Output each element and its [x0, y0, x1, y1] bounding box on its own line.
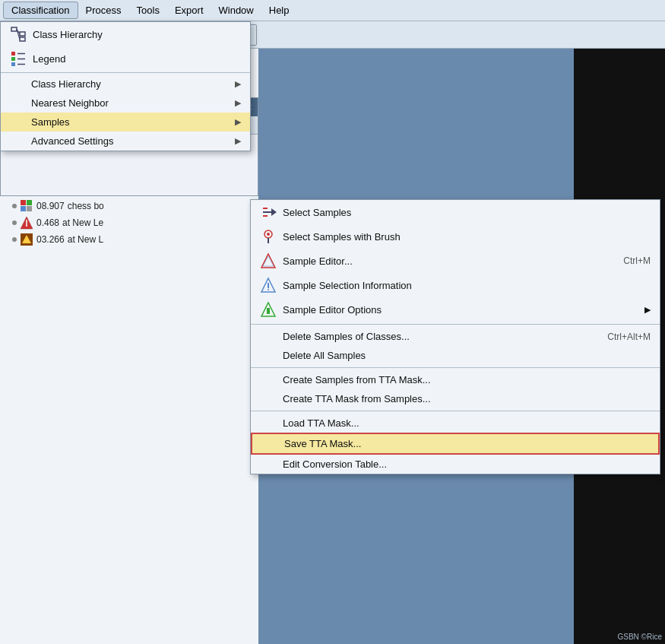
dropdown-class-hierarchy-2[interactable]: Class Hierarchy ▶: [1, 75, 250, 94]
sample-options-label: Sample Editor Options: [283, 304, 638, 316]
tree-value-2: 0.468: [36, 217, 59, 228]
tree-item-2[interactable]: 0.468 at New Le: [3, 214, 255, 231]
samples-label: Samples: [31, 116, 229, 128]
tree-icon-2: [20, 216, 33, 230]
tree-icon-3: [20, 233, 33, 246]
dropdown-legend[interactable]: Legend: [1, 46, 250, 71]
dropdown-nearest-neighbor[interactable]: Nearest Neighbor ▶: [1, 94, 250, 113]
submenu-delete-classes[interactable]: Delete Samples of Classes... Ctrl+Alt+M: [251, 327, 660, 346]
tree-item-1[interactable]: 08.907 chess bo: [3, 198, 255, 214]
submenu-sample-options[interactable]: Sample Editor Options ▶: [251, 297, 660, 322]
nearest-neighbor-label: Nearest Neighbor: [31, 97, 229, 109]
select-samples-icon: [260, 204, 277, 220]
tree-desc-2: at New Le: [62, 217, 103, 228]
class-hierarchy-label-2: Class Hierarchy: [31, 78, 229, 90]
svg-rect-39: [27, 200, 32, 205]
classification-dropdown: Class Hierarchy Legend Class Hierarchy ▶…: [0, 21, 251, 151]
menu-classification[interactable]: Classification: [3, 2, 78, 19]
menu-window[interactable]: Window: [211, 2, 261, 18]
sample-editor-shortcut: Ctrl+M: [623, 255, 651, 266]
edit-conversion-label: Edit Conversion Table...: [283, 458, 651, 470]
dropdown-samples[interactable]: Samples ▶: [1, 113, 250, 132]
class-hierarchy-label-1: Class Hierarchy: [33, 29, 241, 40]
hierarchy-icon-1: [10, 26, 27, 43]
svg-rect-52: [11, 57, 15, 61]
tree-value-1: 08.907: [36, 201, 65, 211]
submenu-load-tta[interactable]: Load TTA Mask...: [251, 414, 660, 433]
menu-tools[interactable]: Tools: [129, 2, 167, 18]
submenu-create-tta[interactable]: Create TTA Mask from Samples...: [251, 389, 660, 408]
legend-icon: [10, 50, 27, 67]
arrow-4: ▶: [235, 136, 241, 146]
dropdown-advanced-settings[interactable]: Advanced Settings ▶: [1, 132, 250, 151]
svg-rect-53: [11, 62, 15, 66]
arrow-3: ▶: [235, 117, 241, 127]
save-tta-label: Save TTA Mask...: [284, 438, 649, 449]
svg-point-68: [268, 289, 269, 290]
create-from-tta-label: Create Samples from TTA Mask...: [283, 374, 651, 385]
sample-options-icon: [260, 301, 277, 318]
select-brush-icon: [260, 228, 277, 245]
submenu-edit-conversion[interactable]: Edit Conversion Table...: [251, 455, 660, 474]
submenu-sep-1: [251, 324, 660, 325]
select-samples-label: Select Samples: [283, 207, 651, 218]
tree-dot-2: [12, 220, 17, 225]
arrow-2: ▶: [235, 98, 241, 108]
sample-info-label: Sample Selection Information: [283, 280, 651, 291]
svg-rect-70: [267, 308, 270, 314]
svg-rect-47: [20, 32, 25, 36]
tree-value-3: 03.266: [36, 234, 65, 245]
svg-rect-40: [21, 206, 26, 211]
submenu-sep-2: [251, 367, 660, 368]
sample-options-arrow: ▶: [644, 305, 651, 315]
delete-all-label: Delete All Samples: [283, 350, 651, 361]
create-tta-label: Create TTA Mask from Samples...: [283, 393, 651, 404]
submenu-save-tta[interactable]: Save TTA Mask...: [251, 433, 660, 455]
sample-editor-icon: [260, 252, 277, 269]
legend-label: Legend: [33, 53, 241, 65]
submenu-select-with-brush[interactable]: Select Samples with Brush: [251, 224, 660, 249]
submenu-sample-editor[interactable]: Sample Editor... Ctrl+M: [251, 249, 660, 273]
load-tta-label: Load TTA Mask...: [283, 417, 651, 429]
menu-export[interactable]: Export: [167, 2, 211, 18]
delete-classes-label: Delete Samples of Classes...: [283, 331, 601, 342]
sample-info-icon: [260, 277, 277, 293]
dropdown-sep-1: [1, 72, 250, 73]
select-brush-label: Select Samples with Brush: [283, 231, 651, 243]
submenu-sep-3: [251, 411, 660, 411]
submenu-create-from-tta[interactable]: Create Samples from TTA Mask...: [251, 370, 660, 389]
menu-process[interactable]: Process: [78, 2, 129, 18]
sample-editor-label: Sample Editor...: [283, 255, 617, 267]
dropdown-class-hierarchy-1[interactable]: Class Hierarchy: [1, 22, 250, 46]
tree-dot-3: [12, 237, 17, 242]
tree-desc-1: chess bo: [68, 201, 104, 211]
arrow-1: ▶: [235, 79, 241, 89]
tree-icon-1: [20, 199, 33, 213]
submenu-sample-info[interactable]: Sample Selection Information: [251, 273, 660, 297]
svg-rect-41: [27, 206, 32, 211]
samples-submenu: Select Samples Select Samples with Brush…: [250, 199, 660, 474]
svg-rect-51: [11, 52, 15, 56]
svg-marker-58: [271, 208, 277, 216]
tree-desc-3: at New L: [68, 234, 103, 245]
svg-rect-38: [21, 200, 26, 205]
svg-rect-46: [11, 27, 17, 31]
menubar: Classification Process Tools Export Wind…: [0, 0, 665, 21]
tree-items: 08.907 chess bo 0.468 at New Le 03.266 a…: [0, 192, 258, 254]
submenu-select-samples[interactable]: Select Samples: [251, 200, 660, 224]
bottom-label: GSBN ©Rice: [618, 633, 663, 641]
tree-item-3[interactable]: 03.266 at New L: [3, 231, 255, 248]
svg-rect-48: [20, 37, 25, 41]
delete-classes-shortcut: Ctrl+Alt+M: [607, 332, 651, 342]
advanced-settings-label: Advanced Settings: [31, 135, 229, 147]
tree-dot-1: [12, 204, 17, 208]
menu-help[interactable]: Help: [261, 2, 297, 18]
submenu-delete-all[interactable]: Delete All Samples: [251, 346, 660, 365]
svg-point-62: [267, 233, 270, 236]
